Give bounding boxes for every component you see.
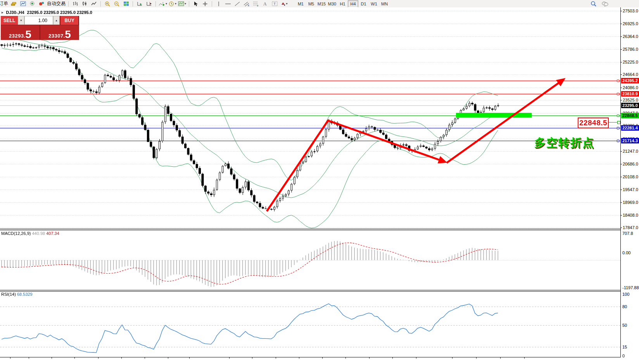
sell-button[interactable]: SELL [1, 16, 18, 25]
rsi-pane-canvas[interactable] [0, 291, 620, 357]
price-tick: 23525.0 [623, 98, 638, 102]
timeframe-button-mn[interactable]: MN [379, 0, 390, 7]
macd-signal-value: 407.34 [46, 231, 59, 236]
timeframe-button-m1[interactable]: M1 [295, 0, 306, 7]
chat-icon[interactable] [601, 0, 609, 7]
price-tickmark [620, 24, 622, 24]
volume-increase-button[interactable]: ▲ [53, 16, 60, 25]
macd-pane-canvas[interactable] [0, 230, 620, 290]
autotrade-icon[interactable] [38, 0, 45, 7]
fibonacci-tool-icon[interactable]: F [252, 0, 260, 7]
timeframe-button-m30[interactable]: M30 [327, 0, 337, 7]
chart-window: ▸ DJ30-,H4 23295.0 23295.0 23295.0 23295… [0, 7, 639, 364]
timeframe-button-h1[interactable]: H1 [337, 0, 348, 7]
mt4-window: 订单 自动交易 ▾ ▾ ▾ E F A T ▾ M1M5M15M30H1H4D1… [0, 0, 639, 364]
zoom-in-icon[interactable] [104, 0, 111, 7]
vertical-line-tool-icon[interactable] [215, 0, 223, 7]
separator [133, 1, 133, 7]
timeframe-group: M1M5M15M30H1H4D1W1MN [295, 0, 390, 7]
rsi-scale-label: 15 [622, 345, 627, 349]
buy-button[interactable]: BUY [60, 16, 78, 25]
buy-price-panel[interactable]: 23307.5 [40, 25, 79, 40]
search-icon[interactable] [589, 0, 597, 7]
pane-splitter[interactable] [0, 290, 621, 290]
autotrade-button[interactable]: 自动交易 [47, 0, 66, 7]
price-tick: 25225.0 [623, 60, 638, 64]
separator [189, 1, 189, 7]
volume-input[interactable]: 1.00 [24, 16, 53, 25]
price-tick: 26364.0 [623, 34, 638, 39]
date-tickmark [452, 357, 452, 359]
trendline-tool-icon[interactable] [233, 0, 241, 7]
volume-decrease-button[interactable]: ▼ [18, 16, 24, 25]
tile-windows-icon[interactable] [122, 0, 130, 7]
price-tick: 24664.0 [623, 72, 638, 77]
timeframe-button-d1[interactable]: D1 [358, 0, 369, 7]
text-label-tool-icon[interactable]: T [271, 0, 278, 7]
orders-menu[interactable]: 订单 [0, 0, 8, 7]
channel-tool-icon[interactable]: E [243, 0, 250, 7]
timeframe-button-h4[interactable]: H4 [348, 0, 358, 7]
price-level-label: 23810.9 [621, 91, 639, 97]
cursor-tool-icon[interactable] [192, 0, 200, 7]
new-order-icon[interactable] [10, 0, 17, 7]
macd-label: MACD(12,26,9) 440.98 407.34 [1, 231, 59, 236]
horizontal-line-tool-icon[interactable] [224, 0, 232, 7]
price-tick: 17847.0 [623, 225, 638, 230]
signals-icon[interactable] [28, 0, 36, 7]
price-level-label: 22281.4 [621, 125, 639, 131]
turning-point-annotation[interactable]: 多空转折点 [534, 135, 594, 151]
svg-text:E: E [248, 4, 249, 7]
price-tickmark [620, 62, 622, 62]
arrows-tool-icon[interactable]: ▾ [280, 0, 288, 7]
date-tickmark [52, 357, 52, 359]
date-tickmark [524, 357, 525, 359]
pane-splitter[interactable] [0, 229, 621, 229]
one-click-trading-panel: SELL ▼ 1.00 ▲ BUY 23293.5 23307.5 [1, 16, 79, 40]
macd-scale-label: -1197.88 [622, 285, 639, 290]
pane-splitter[interactable] [0, 291, 621, 292]
price-tick: 21247.0 [623, 149, 638, 154]
timeframe-button-m5[interactable]: M5 [306, 0, 316, 7]
timeframe-button-m15[interactable]: M15 [316, 0, 327, 7]
zoom-out-icon[interactable] [113, 0, 121, 7]
ohlc-values: 23295.0 23295.0 23295.0 23295.0 [27, 10, 92, 15]
rsi-scale-label: 50 [622, 323, 627, 328]
sell-price-main: 23293 [9, 33, 24, 39]
line-chart-icon[interactable] [90, 0, 98, 7]
indicators-icon[interactable]: ▾ [159, 0, 167, 7]
timeframe-button-w1[interactable]: W1 [369, 0, 379, 7]
candlestick-chart-icon[interactable] [81, 0, 88, 7]
date-tickmark [29, 357, 29, 359]
date-tickmark [276, 357, 276, 359]
sell-price-panel[interactable]: 23293.5 [1, 25, 40, 40]
timeframes-icon[interactable]: ▾ [169, 0, 176, 7]
svg-text:A: A [263, 1, 267, 6]
highlight-bar[interactable] [456, 113, 532, 117]
date-tickmark [299, 357, 299, 359]
pane-splitter[interactable] [0, 230, 621, 230]
crosshair-tool-icon[interactable] [201, 0, 209, 7]
bar-chart-icon[interactable] [71, 0, 79, 7]
separator [155, 1, 156, 7]
price-tickmark [620, 177, 622, 177]
price-tickmark [620, 151, 622, 152]
price-level-label: 22848.5 [621, 113, 639, 118]
date-tickmark [10, 357, 10, 359]
date-tickmark [322, 357, 323, 359]
date-tickmark [252, 357, 252, 359]
chart-shift-icon[interactable] [145, 0, 153, 7]
svg-text:F: F [257, 4, 259, 7]
market-watch-icon[interactable] [19, 0, 27, 7]
main-chart-canvas[interactable] [0, 7, 620, 229]
date-tickmark [500, 357, 501, 359]
macd-scale-label: 707.8 [622, 231, 633, 236]
price-tick: 18408.0 [623, 213, 638, 217]
price-axis-line [620, 7, 621, 357]
text-tool-icon[interactable]: A [261, 0, 269, 7]
price-tick: 19547.0 [623, 187, 638, 192]
price-box-annotation[interactable]: 22848.5 [578, 117, 609, 128]
buy-price-main: 23307 [48, 33, 64, 39]
templates-icon[interactable]: ▾ [178, 0, 186, 7]
auto-scroll-icon[interactable] [136, 0, 143, 7]
